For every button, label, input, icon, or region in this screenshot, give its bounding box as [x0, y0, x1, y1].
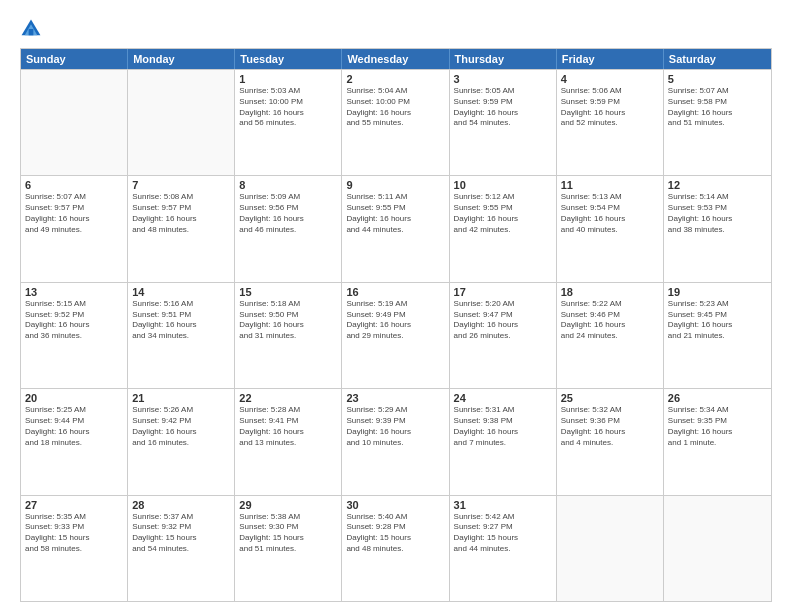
day-number: 27 — [25, 499, 123, 511]
weekday-header-tuesday: Tuesday — [235, 49, 342, 69]
day-cell-12: 12Sunrise: 5:14 AM Sunset: 9:53 PM Dayli… — [664, 176, 771, 281]
day-details: Sunrise: 5:07 AM Sunset: 9:57 PM Dayligh… — [25, 192, 123, 235]
day-details: Sunrise: 5:09 AM Sunset: 9:56 PM Dayligh… — [239, 192, 337, 235]
day-details: Sunrise: 5:32 AM Sunset: 9:36 PM Dayligh… — [561, 405, 659, 448]
day-cell-20: 20Sunrise: 5:25 AM Sunset: 9:44 PM Dayli… — [21, 389, 128, 494]
day-cell-22: 22Sunrise: 5:28 AM Sunset: 9:41 PM Dayli… — [235, 389, 342, 494]
day-details: Sunrise: 5:35 AM Sunset: 9:33 PM Dayligh… — [25, 512, 123, 555]
day-number: 1 — [239, 73, 337, 85]
day-cell-8: 8Sunrise: 5:09 AM Sunset: 9:56 PM Daylig… — [235, 176, 342, 281]
day-cell-15: 15Sunrise: 5:18 AM Sunset: 9:50 PM Dayli… — [235, 283, 342, 388]
day-details: Sunrise: 5:13 AM Sunset: 9:54 PM Dayligh… — [561, 192, 659, 235]
day-cell-3: 3Sunrise: 5:05 AM Sunset: 9:59 PM Daylig… — [450, 70, 557, 175]
day-details: Sunrise: 5:34 AM Sunset: 9:35 PM Dayligh… — [668, 405, 767, 448]
day-details: Sunrise: 5:16 AM Sunset: 9:51 PM Dayligh… — [132, 299, 230, 342]
header — [20, 18, 772, 40]
day-number: 9 — [346, 179, 444, 191]
day-number: 8 — [239, 179, 337, 191]
day-cell-30: 30Sunrise: 5:40 AM Sunset: 9:28 PM Dayli… — [342, 496, 449, 601]
day-number: 26 — [668, 392, 767, 404]
day-number: 5 — [668, 73, 767, 85]
calendar-row-2: 13Sunrise: 5:15 AM Sunset: 9:52 PM Dayli… — [21, 282, 771, 388]
day-details: Sunrise: 5:38 AM Sunset: 9:30 PM Dayligh… — [239, 512, 337, 555]
day-cell-4: 4Sunrise: 5:06 AM Sunset: 9:59 PM Daylig… — [557, 70, 664, 175]
day-cell-13: 13Sunrise: 5:15 AM Sunset: 9:52 PM Dayli… — [21, 283, 128, 388]
weekday-header-sunday: Sunday — [21, 49, 128, 69]
empty-cell-0-1 — [128, 70, 235, 175]
day-details: Sunrise: 5:19 AM Sunset: 9:49 PM Dayligh… — [346, 299, 444, 342]
day-details: Sunrise: 5:42 AM Sunset: 9:27 PM Dayligh… — [454, 512, 552, 555]
day-number: 24 — [454, 392, 552, 404]
day-cell-11: 11Sunrise: 5:13 AM Sunset: 9:54 PM Dayli… — [557, 176, 664, 281]
day-details: Sunrise: 5:07 AM Sunset: 9:58 PM Dayligh… — [668, 86, 767, 129]
day-number: 4 — [561, 73, 659, 85]
day-number: 19 — [668, 286, 767, 298]
day-details: Sunrise: 5:04 AM Sunset: 10:00 PM Daylig… — [346, 86, 444, 129]
calendar-row-1: 6Sunrise: 5:07 AM Sunset: 9:57 PM Daylig… — [21, 175, 771, 281]
day-cell-19: 19Sunrise: 5:23 AM Sunset: 9:45 PM Dayli… — [664, 283, 771, 388]
empty-cell-4-6 — [664, 496, 771, 601]
day-details: Sunrise: 5:26 AM Sunset: 9:42 PM Dayligh… — [132, 405, 230, 448]
day-details: Sunrise: 5:28 AM Sunset: 9:41 PM Dayligh… — [239, 405, 337, 448]
calendar-header: SundayMondayTuesdayWednesdayThursdayFrid… — [21, 49, 771, 69]
day-cell-5: 5Sunrise: 5:07 AM Sunset: 9:58 PM Daylig… — [664, 70, 771, 175]
weekday-header-friday: Friday — [557, 49, 664, 69]
day-cell-1: 1Sunrise: 5:03 AM Sunset: 10:00 PM Dayli… — [235, 70, 342, 175]
day-number: 16 — [346, 286, 444, 298]
day-details: Sunrise: 5:31 AM Sunset: 9:38 PM Dayligh… — [454, 405, 552, 448]
day-number: 31 — [454, 499, 552, 511]
calendar-body: 1Sunrise: 5:03 AM Sunset: 10:00 PM Dayli… — [21, 69, 771, 601]
day-details: Sunrise: 5:15 AM Sunset: 9:52 PM Dayligh… — [25, 299, 123, 342]
calendar-row-4: 27Sunrise: 5:35 AM Sunset: 9:33 PM Dayli… — [21, 495, 771, 601]
day-number: 29 — [239, 499, 337, 511]
day-cell-10: 10Sunrise: 5:12 AM Sunset: 9:55 PM Dayli… — [450, 176, 557, 281]
day-cell-23: 23Sunrise: 5:29 AM Sunset: 9:39 PM Dayli… — [342, 389, 449, 494]
day-details: Sunrise: 5:18 AM Sunset: 9:50 PM Dayligh… — [239, 299, 337, 342]
day-details: Sunrise: 5:37 AM Sunset: 9:32 PM Dayligh… — [132, 512, 230, 555]
day-details: Sunrise: 5:25 AM Sunset: 9:44 PM Dayligh… — [25, 405, 123, 448]
day-details: Sunrise: 5:12 AM Sunset: 9:55 PM Dayligh… — [454, 192, 552, 235]
day-number: 28 — [132, 499, 230, 511]
day-number: 7 — [132, 179, 230, 191]
day-number: 17 — [454, 286, 552, 298]
empty-cell-0-0 — [21, 70, 128, 175]
day-cell-26: 26Sunrise: 5:34 AM Sunset: 9:35 PM Dayli… — [664, 389, 771, 494]
day-number: 11 — [561, 179, 659, 191]
day-cell-29: 29Sunrise: 5:38 AM Sunset: 9:30 PM Dayli… — [235, 496, 342, 601]
day-cell-14: 14Sunrise: 5:16 AM Sunset: 9:51 PM Dayli… — [128, 283, 235, 388]
day-cell-9: 9Sunrise: 5:11 AM Sunset: 9:55 PM Daylig… — [342, 176, 449, 281]
weekday-header-saturday: Saturday — [664, 49, 771, 69]
day-cell-31: 31Sunrise: 5:42 AM Sunset: 9:27 PM Dayli… — [450, 496, 557, 601]
day-details: Sunrise: 5:22 AM Sunset: 9:46 PM Dayligh… — [561, 299, 659, 342]
day-details: Sunrise: 5:11 AM Sunset: 9:55 PM Dayligh… — [346, 192, 444, 235]
day-cell-18: 18Sunrise: 5:22 AM Sunset: 9:46 PM Dayli… — [557, 283, 664, 388]
day-details: Sunrise: 5:06 AM Sunset: 9:59 PM Dayligh… — [561, 86, 659, 129]
day-number: 30 — [346, 499, 444, 511]
day-number: 6 — [25, 179, 123, 191]
day-cell-17: 17Sunrise: 5:20 AM Sunset: 9:47 PM Dayli… — [450, 283, 557, 388]
day-number: 23 — [346, 392, 444, 404]
day-details: Sunrise: 5:20 AM Sunset: 9:47 PM Dayligh… — [454, 299, 552, 342]
weekday-header-thursday: Thursday — [450, 49, 557, 69]
day-details: Sunrise: 5:23 AM Sunset: 9:45 PM Dayligh… — [668, 299, 767, 342]
day-cell-28: 28Sunrise: 5:37 AM Sunset: 9:32 PM Dayli… — [128, 496, 235, 601]
day-details: Sunrise: 5:29 AM Sunset: 9:39 PM Dayligh… — [346, 405, 444, 448]
day-number: 25 — [561, 392, 659, 404]
day-details: Sunrise: 5:08 AM Sunset: 9:57 PM Dayligh… — [132, 192, 230, 235]
svg-rect-2 — [29, 29, 34, 35]
day-cell-25: 25Sunrise: 5:32 AM Sunset: 9:36 PM Dayli… — [557, 389, 664, 494]
day-cell-24: 24Sunrise: 5:31 AM Sunset: 9:38 PM Dayli… — [450, 389, 557, 494]
day-details: Sunrise: 5:05 AM Sunset: 9:59 PM Dayligh… — [454, 86, 552, 129]
page: SundayMondayTuesdayWednesdayThursdayFrid… — [0, 0, 792, 612]
day-number: 12 — [668, 179, 767, 191]
day-cell-21: 21Sunrise: 5:26 AM Sunset: 9:42 PM Dayli… — [128, 389, 235, 494]
day-number: 2 — [346, 73, 444, 85]
logo — [20, 18, 46, 40]
weekday-header-monday: Monday — [128, 49, 235, 69]
calendar: SundayMondayTuesdayWednesdayThursdayFrid… — [20, 48, 772, 602]
day-number: 18 — [561, 286, 659, 298]
day-details: Sunrise: 5:40 AM Sunset: 9:28 PM Dayligh… — [346, 512, 444, 555]
day-cell-6: 6Sunrise: 5:07 AM Sunset: 9:57 PM Daylig… — [21, 176, 128, 281]
day-details: Sunrise: 5:14 AM Sunset: 9:53 PM Dayligh… — [668, 192, 767, 235]
day-number: 21 — [132, 392, 230, 404]
